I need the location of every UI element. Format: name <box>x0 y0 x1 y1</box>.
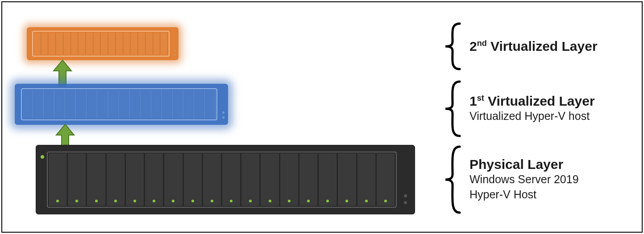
label-layer2: 2nd Virtualized Layer <box>442 22 638 71</box>
physical-server <box>36 145 415 214</box>
drive-bays <box>21 88 217 120</box>
drive-bays <box>32 31 170 57</box>
curly-brace-icon <box>442 145 466 214</box>
curly-brace-icon <box>442 80 466 138</box>
layer2-title: 2nd Virtualized Layer <box>469 39 598 54</box>
layer1-subtitle: Virtualized Hyper-V host <box>469 109 595 124</box>
labels-area: 2nd Virtualized Layer 1st Virtualized La… <box>442 2 642 232</box>
label-layer1: 1st Virtualized Layer Virtualized Hyper-… <box>442 80 638 138</box>
physical-title: Physical Layer <box>469 157 579 172</box>
curly-brace-icon <box>442 22 466 71</box>
drive-bays <box>47 152 397 208</box>
arrow-up-icon <box>53 59 72 87</box>
label-physical: Physical Layer Windows Server 2019 Hyper… <box>442 145 638 214</box>
layer2-virtual-server <box>27 27 179 60</box>
layer1-title: 1st Virtualized Layer <box>469 94 595 109</box>
physical-subtitle-1: Windows Server 2019 <box>469 172 579 187</box>
physical-subtitle-2: Hyper-V Host <box>469 187 579 202</box>
svg-marker-0 <box>54 60 71 86</box>
diagram-area <box>2 2 442 232</box>
diagram-frame: 2nd Virtualized Layer 1st Virtualized La… <box>1 1 643 233</box>
layer1-virtual-server <box>15 84 228 125</box>
